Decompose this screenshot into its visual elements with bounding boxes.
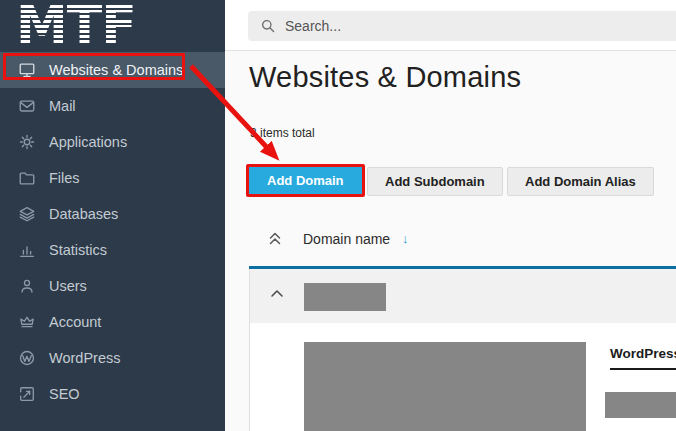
sidebar-item-label: Files: [49, 170, 80, 186]
sidebar-item-files[interactable]: Files: [0, 160, 225, 196]
topbar: [225, 0, 676, 51]
chevron-up-icon[interactable]: [270, 289, 284, 298]
sidebar-item-label: Applications: [49, 134, 127, 150]
domain-row-expanded: WordPress: [249, 323, 676, 431]
search-bar[interactable]: [248, 11, 676, 41]
plesk-window: MTF Websites & Domains Mail Applications…: [0, 0, 676, 431]
sidebar-item-wordpress[interactable]: WordPress: [0, 340, 225, 376]
sidebar-item-databases[interactable]: Databases: [0, 196, 225, 232]
person-icon: [18, 277, 36, 295]
add-domain-alias-button[interactable]: Add Domain Alias: [507, 167, 654, 196]
collapse-all-icon[interactable]: [268, 231, 282, 246]
column-header-domain-name[interactable]: Domain name: [303, 231, 390, 247]
sidebar-item-seo[interactable]: SEO: [0, 376, 225, 412]
sidebar: MTF Websites & Domains Mail Applications…: [0, 0, 225, 431]
folder-icon: [18, 169, 36, 187]
page-title: Websites & Domains: [249, 61, 521, 94]
logo-stripe-pattern: [14, 0, 156, 50]
sidebar-item-applications[interactable]: Applications: [0, 124, 225, 160]
sidebar-item-label: Databases: [49, 206, 118, 222]
wordpress-section-title[interactable]: WordPress: [610, 346, 676, 361]
search-input[interactable]: [285, 18, 585, 34]
mail-icon: [18, 97, 36, 115]
sidebar-item-account[interactable]: Account: [0, 304, 225, 340]
crown-icon: [18, 313, 36, 331]
magnifier-icon: [260, 18, 276, 34]
wordpress-section-underline: [610, 368, 676, 370]
add-subdomain-button[interactable]: Add Subdomain: [367, 167, 503, 196]
annotation-box-websites-domains: [3, 53, 185, 80]
bar-chart-icon: [18, 241, 36, 259]
logo[interactable]: MTF: [16, 0, 156, 50]
sidebar-item-label: Mail: [49, 98, 76, 114]
sidebar-item-label: Users: [49, 278, 87, 294]
items-total-count: 3 items total: [250, 126, 315, 140]
add-domain-button[interactable]: Add Domain: [249, 167, 362, 194]
sidebar-item-users[interactable]: Users: [0, 268, 225, 304]
sidebar-item-mail[interactable]: Mail: [0, 88, 225, 124]
redacted-domain-name: [304, 283, 386, 311]
sidebar-item-label: Account: [49, 314, 101, 330]
sidebar-menu: Websites & Domains Mail Applications Fil…: [0, 52, 225, 412]
sidebar-item-label: WordPress: [49, 350, 120, 366]
sidebar-item-label: Statistics: [49, 242, 107, 258]
sidebar-item-statistics[interactable]: Statistics: [0, 232, 225, 268]
annotation-box-add-domain: Add Domain: [246, 164, 365, 197]
layers-icon: [18, 205, 36, 223]
trend-arrow-icon: [18, 385, 36, 403]
redacted-site-preview: [304, 342, 586, 431]
sort-descending-icon[interactable]: ↓: [402, 231, 409, 246]
gear-icon: [18, 133, 36, 151]
domain-row[interactable]: [249, 269, 676, 323]
sidebar-item-label: SEO: [49, 386, 80, 402]
wordpress-icon: [18, 349, 36, 367]
redacted-wordpress-info: [605, 392, 676, 418]
